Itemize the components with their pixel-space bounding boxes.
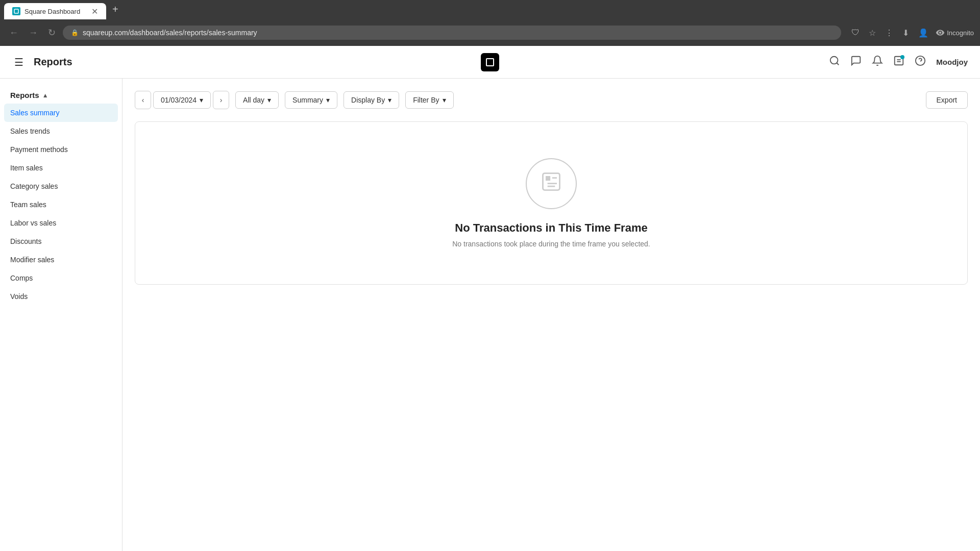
user-avatar-button[interactable]: Moodjoy [936, 58, 968, 66]
menu-btn[interactable]: ⋮ [883, 26, 895, 40]
tab-close-button[interactable]: ✕ [91, 7, 98, 16]
date-next-button[interactable]: › [213, 91, 229, 109]
browser-tab-active: Square Dashboard ✕ [4, 3, 106, 19]
tab-title: Square Dashboard [24, 8, 80, 15]
sidebar-section-title: Reports [10, 91, 39, 99]
summary-chevron: ▾ [326, 96, 330, 104]
sidebar-item-team-sales[interactable]: Team sales [0, 195, 122, 214]
header-title: Reports [34, 56, 72, 68]
date-prev-button[interactable]: ‹ [135, 91, 151, 109]
svg-point-1 [830, 57, 838, 64]
allday-label: All day [243, 96, 264, 104]
sidebar-item-modifier-sales[interactable]: Modifier sales [0, 251, 122, 269]
toolbar: ‹ 01/03/2024 ▾ › All day ▾ Summary ▾ [135, 91, 968, 109]
summary-label: Summary [292, 96, 323, 104]
svg-rect-0 [14, 9, 18, 13]
sidebar-item-comps[interactable]: Comps [0, 269, 122, 287]
sidebar-section-header[interactable]: Reports ▲ [0, 87, 122, 104]
displayby-label: Display By [351, 96, 385, 104]
profile-btn[interactable]: 👤 [916, 26, 930, 40]
sidebar-item-item-sales[interactable]: Item sales [0, 159, 122, 177]
header-logo [481, 53, 499, 71]
sidebar-item-sales-trends[interactable]: Sales trends [0, 122, 122, 140]
content-area: Reports ▲ Sales summary Sales trends Pay… [0, 79, 980, 551]
empty-state-icon [540, 170, 562, 197]
sidebar: Reports ▲ Sales summary Sales trends Pay… [0, 79, 122, 551]
sidebar-item-labor-vs-sales[interactable]: Labor vs sales [0, 214, 122, 232]
address-bar[interactable]: 🔒 squareup.com/dashboard/sales/reports/s… [63, 26, 841, 40]
content-card: No Transactions in This Time Frame No tr… [135, 121, 968, 285]
browser-toolbar: ← → ↻ 🔒 squareup.com/dashboard/sales/rep… [0, 19, 980, 46]
header-right: Moodjoy [829, 55, 968, 69]
app-header: ☰ Reports Moodjoy [0, 46, 980, 79]
new-tab-button[interactable]: + [108, 4, 122, 15]
browser-tabs: Square Dashboard ✕ + [0, 0, 980, 19]
date-chevron: ▾ [200, 96, 203, 104]
sidebar-item-sales-summary[interactable]: Sales summary [4, 104, 118, 122]
date-nav: ‹ 01/03/2024 ▾ › [135, 91, 229, 109]
messages-button[interactable] [850, 55, 862, 69]
empty-icon-circle [526, 158, 577, 209]
incognito-badge: Incognito [936, 28, 974, 37]
allday-chevron: ▾ [267, 96, 271, 104]
filterby-chevron: ▾ [443, 96, 446, 104]
square-logo-inner [486, 58, 494, 66]
displayby-chevron: ▾ [388, 96, 391, 104]
forward-button[interactable]: → [26, 26, 41, 40]
search-button[interactable] [829, 55, 840, 69]
hamburger-button[interactable]: ☰ [12, 54, 26, 70]
date-value: 01/03/2024 [161, 96, 197, 104]
sidebar-chevron: ▲ [42, 92, 48, 99]
allday-button[interactable]: All day ▾ [235, 91, 279, 109]
svg-rect-9 [546, 176, 550, 181]
header-left: ☰ Reports [12, 54, 72, 70]
app-container: ☰ Reports Moodjoy [0, 46, 980, 551]
sidebar-item-discounts[interactable]: Discounts [0, 232, 122, 251]
summary-button[interactable]: Summary ▾ [285, 91, 337, 109]
help-button[interactable] [915, 55, 926, 69]
back-button[interactable]: ← [6, 26, 21, 40]
sidebar-item-category-sales[interactable]: Category sales [0, 177, 122, 195]
bookmark-btn[interactable]: ☆ [867, 26, 878, 40]
extension-btn[interactable]: 🛡 [849, 26, 862, 39]
sidebar-item-voids[interactable]: Voids [0, 287, 122, 306]
filterby-label: Filter By [413, 96, 439, 104]
lock-icon: 🔒 [71, 29, 79, 36]
empty-state-subtitle: No transactions took place during the ti… [452, 240, 650, 248]
empty-state-title: No Transactions in This Time Frame [455, 221, 647, 235]
notifications-button[interactable] [872, 55, 883, 69]
tab-favicon [12, 7, 20, 15]
svg-line-2 [837, 63, 839, 65]
svg-rect-8 [543, 173, 560, 190]
browser-actions: 🛡 ☆ ⋮ ⬇ 👤 Incognito [849, 26, 974, 40]
export-button[interactable]: Export [926, 91, 968, 109]
refresh-button[interactable]: ↻ [45, 25, 59, 40]
date-picker-button[interactable]: 01/03/2024 ▾ [153, 91, 211, 109]
displayby-button[interactable]: Display By ▾ [344, 91, 399, 109]
main-content: ‹ 01/03/2024 ▾ › All day ▾ Summary ▾ [122, 79, 980, 551]
browser-chrome: Square Dashboard ✕ + ← → ↻ 🔒 squareup.co… [0, 0, 980, 46]
address-text: squareup.com/dashboard/sales/reports/sal… [83, 29, 257, 37]
square-logo [481, 53, 499, 71]
reports-icon-button[interactable] [893, 55, 904, 69]
sidebar-item-payment-methods[interactable]: Payment methods [0, 140, 122, 159]
download-btn[interactable]: ⬇ [900, 26, 911, 40]
filterby-button[interactable]: Filter By ▾ [405, 91, 453, 109]
